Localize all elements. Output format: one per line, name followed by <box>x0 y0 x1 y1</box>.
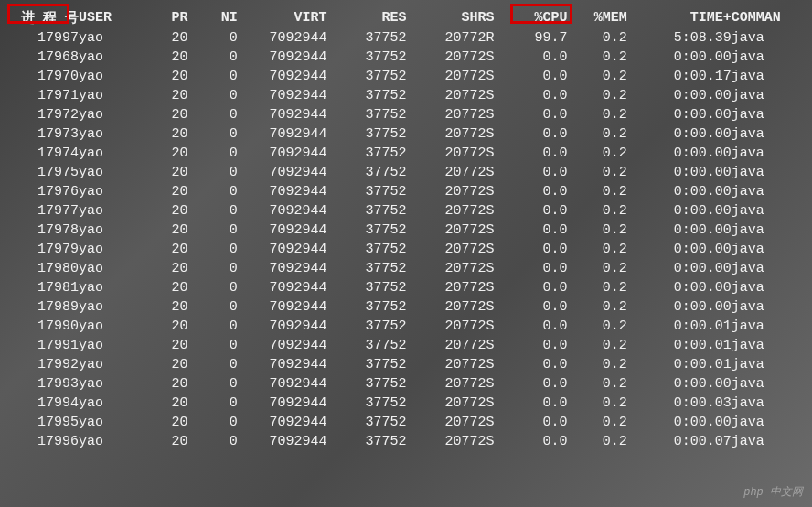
cell-time: 0:00.01 <box>627 355 732 374</box>
cell-pr: 20 <box>128 355 187 374</box>
cell-pid: 17981 <box>11 278 79 297</box>
cell-time: 0:00.00 <box>627 48 732 67</box>
cell-cmd: java <box>732 278 801 297</box>
cell-cpu: 0.0 <box>508 336 567 355</box>
cell-s: S <box>486 394 508 413</box>
table-row: 17990yao20070929443775220772S0.00.20:00.… <box>11 317 801 336</box>
table-row: 17981yao20070929443775220772S0.00.20:00.… <box>11 278 801 297</box>
cell-cmd: java <box>732 105 801 124</box>
table-row: 17977yao20070929443775220772S0.00.20:00.… <box>11 201 801 221</box>
cell-s: S <box>486 432 508 451</box>
cell-pr: 20 <box>128 105 187 124</box>
cell-pid: 17989 <box>11 297 79 317</box>
cell-ni: 0 <box>187 259 237 278</box>
cell-time: 0:00.00 <box>627 413 732 432</box>
cell-pr: 20 <box>128 67 187 86</box>
cell-pid: 17971 <box>11 86 79 105</box>
cell-ni: 0 <box>187 374 237 394</box>
table-row: 17978yao20070929443775220772S0.00.20:00.… <box>11 221 801 240</box>
cell-pr: 20 <box>128 124 187 144</box>
cell-res: 37752 <box>327 28 407 48</box>
cell-pid: 17970 <box>11 67 79 86</box>
cell-pid: 17992 <box>11 355 79 374</box>
watermark-text: php 中文网 <box>743 484 803 500</box>
table-row: 17979yao20070929443775220772S0.00.20:00.… <box>11 240 801 259</box>
cell-res: 37752 <box>327 182 407 201</box>
cell-user: yao <box>79 86 128 105</box>
cell-mem: 0.2 <box>568 86 627 105</box>
cell-time: 0:00.03 <box>627 394 732 413</box>
cell-cpu: 0.0 <box>508 297 567 317</box>
cell-ni: 0 <box>187 182 237 201</box>
cell-pr: 20 <box>128 28 187 48</box>
cell-user: yao <box>79 163 128 182</box>
cell-res: 37752 <box>327 413 407 432</box>
cell-res: 37752 <box>327 86 407 105</box>
cell-cpu: 0.0 <box>508 67 567 86</box>
cell-cpu: 0.0 <box>508 144 567 163</box>
cell-shr: 20772 <box>406 355 486 374</box>
cell-mem: 0.2 <box>568 201 627 221</box>
cell-res: 37752 <box>327 336 407 355</box>
cell-ni: 0 <box>187 336 237 355</box>
cell-mem: 0.2 <box>568 259 627 278</box>
cell-s: S <box>486 317 508 336</box>
table-row: 17970yao20070929443775220772S0.00.20:00.… <box>11 67 801 86</box>
header-cpu: %CPU <box>508 7 567 28</box>
cell-cmd: java <box>732 48 801 67</box>
cell-virt: 7092944 <box>238 432 327 451</box>
cell-cmd: java <box>732 182 801 201</box>
cell-s: S <box>486 124 508 144</box>
cell-pid: 17976 <box>11 182 79 201</box>
cell-ni: 0 <box>187 240 237 259</box>
cell-pr: 20 <box>128 221 187 240</box>
table-row: 17971yao20070929443775220772S0.00.20:00.… <box>11 86 801 105</box>
cell-shr: 20772 <box>406 67 486 86</box>
cell-pr: 20 <box>128 240 187 259</box>
cell-virt: 7092944 <box>238 317 327 336</box>
table-row: 17989yao20070929443775220772S0.00.20:00.… <box>11 297 801 317</box>
cell-cmd: java <box>732 28 801 48</box>
cell-virt: 7092944 <box>238 48 327 67</box>
cell-res: 37752 <box>327 144 407 163</box>
cell-virt: 7092944 <box>238 182 327 201</box>
cell-ni: 0 <box>187 105 237 124</box>
cell-ni: 0 <box>187 413 237 432</box>
cell-virt: 7092944 <box>238 163 327 182</box>
cell-cmd: java <box>732 432 801 451</box>
cell-user: yao <box>79 317 128 336</box>
cell-user: yao <box>79 355 128 374</box>
table-row: 17996yao20070929443775220772S0.00.20:00.… <box>11 432 801 451</box>
cell-time: 0:00.00 <box>627 105 732 124</box>
cell-virt: 7092944 <box>238 86 327 105</box>
header-s: S <box>486 7 508 28</box>
table-row: 17968yao20070929443775220772S0.00.20:00.… <box>11 48 801 67</box>
cell-time: 5:08.39 <box>627 28 732 48</box>
cell-shr: 20772 <box>406 374 486 394</box>
cell-time: 0:00.01 <box>627 317 732 336</box>
cell-s: S <box>486 240 508 259</box>
cell-mem: 0.2 <box>568 67 627 86</box>
cell-virt: 7092944 <box>238 240 327 259</box>
cell-shr: 20772 <box>406 182 486 201</box>
cell-s: S <box>486 67 508 86</box>
cell-shr: 20772 <box>406 336 486 355</box>
cell-mem: 0.2 <box>568 28 627 48</box>
cell-ni: 0 <box>187 201 237 221</box>
header-ni: NI <box>187 7 237 28</box>
cell-mem: 0.2 <box>568 278 627 297</box>
cell-user: yao <box>79 394 128 413</box>
cell-pr: 20 <box>128 394 187 413</box>
cell-mem: 0.2 <box>568 221 627 240</box>
table-row: 17994yao20070929443775220772S0.00.20:00.… <box>11 394 801 413</box>
cell-s: S <box>486 355 508 374</box>
cell-cpu: 0.0 <box>508 201 567 221</box>
cell-mem: 0.2 <box>568 105 627 124</box>
cell-pr: 20 <box>128 374 187 394</box>
cell-ni: 0 <box>187 297 237 317</box>
cell-virt: 7092944 <box>238 355 327 374</box>
cell-ni: 0 <box>187 48 237 67</box>
header-command: COMMAN <box>732 7 801 28</box>
cell-cmd: java <box>732 124 801 144</box>
cell-shr: 20772 <box>406 124 486 144</box>
